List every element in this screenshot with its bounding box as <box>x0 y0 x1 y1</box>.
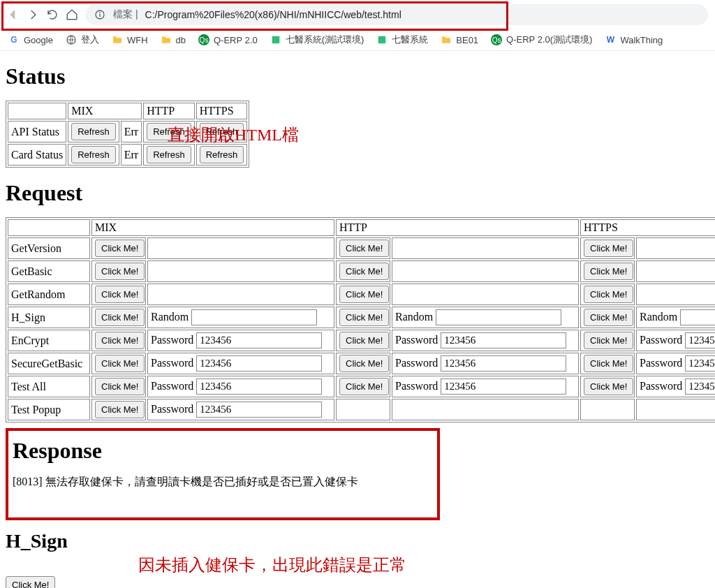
clickme-button[interactable]: Click Me! <box>95 355 145 372</box>
clickme-button[interactable]: Click Me! <box>95 286 145 303</box>
qs-icon: Qs <box>491 34 502 45</box>
bookmark-label: db <box>176 35 186 45</box>
bookmark-item[interactable]: WFH <box>112 34 148 45</box>
request-header-empty <box>8 219 90 236</box>
browser-toolbar: 檔案 | C:/Program%20Files%20(x86)/NHI/mNHI… <box>0 0 715 29</box>
password-input[interactable] <box>685 332 715 348</box>
password-input[interactable] <box>196 332 322 348</box>
bookmark-item[interactable]: db <box>161 34 186 45</box>
clickme-button[interactable]: Click Me! <box>95 240 145 257</box>
refresh-button[interactable]: Refresh <box>71 146 116 163</box>
clickme-button[interactable]: Click Me! <box>339 286 389 303</box>
clickme-button[interactable]: Click Me! <box>339 355 389 372</box>
clickme-button[interactable]: Click Me! <box>339 332 389 349</box>
request-field-cell: Random <box>392 307 579 328</box>
request-field-cell: Password <box>392 376 579 397</box>
clickme-button[interactable]: Click Me! <box>584 309 633 326</box>
request-empty-cell <box>147 284 334 305</box>
back-icon[interactable] <box>7 8 20 21</box>
address-bar[interactable]: 檔案 | C:/Program%20Files%20(x86)/NHI/mNHI… <box>85 4 708 25</box>
folder-icon <box>441 34 452 45</box>
bookmark-item[interactable]: 七醫系統(測試環境) <box>270 34 364 46</box>
refresh-button[interactable]: Refresh <box>200 146 244 163</box>
clickme-button[interactable]: Click Me! <box>95 378 145 395</box>
request-row: GetBasicClick Me!Click Me!Click Me! <box>8 260 715 282</box>
clickme-button[interactable]: Click Me! <box>584 355 633 372</box>
clickme-button[interactable]: Click Me! <box>339 309 389 326</box>
random-input[interactable] <box>680 309 715 325</box>
response-box: Response [8013] 無法存取健保卡，請查明讀卡機是否已插好或是否已置… <box>6 428 440 520</box>
request-field-cell: Password <box>636 330 715 351</box>
refresh-button[interactable]: Refresh <box>147 146 191 163</box>
password-input[interactable] <box>196 355 322 372</box>
password-input[interactable] <box>196 402 322 418</box>
field-label: Random <box>640 311 677 323</box>
request-empty-cell <box>580 399 635 420</box>
bookmark-item[interactable]: 七醫系統 <box>376 34 428 46</box>
field-label: Password <box>395 334 438 346</box>
request-empty-cell <box>392 284 579 305</box>
status-header-mix: MIX <box>68 103 142 119</box>
random-input[interactable] <box>436 309 561 325</box>
hsign-clickme-button[interactable]: Click Me! <box>6 576 55 588</box>
request-row-name: EnCrypt <box>8 330 90 351</box>
request-field-cell: Password <box>147 376 334 397</box>
request-empty-cell <box>392 399 579 420</box>
password-input[interactable] <box>685 378 715 395</box>
clickme-button[interactable]: Click Me! <box>95 401 145 418</box>
home-icon[interactable] <box>66 8 78 21</box>
clickme-button[interactable]: Click Me! <box>339 263 389 280</box>
forward-icon[interactable] <box>27 8 39 21</box>
bookmark-label: 七醫系統 <box>392 34 428 46</box>
field-label: Password <box>395 357 438 369</box>
address-url: C:/Program%20Files%20(x86)/NHI/mNHIICC/w… <box>145 9 401 20</box>
password-input[interactable] <box>196 378 322 395</box>
bookmark-item[interactable]: GGoogle <box>8 34 53 45</box>
request-row: GetRandomClick Me!Click Me!Click Me! <box>8 284 715 305</box>
bookmark-item[interactable]: BE01 <box>441 34 478 45</box>
q7-icon <box>376 34 388 45</box>
bookmark-label: 登入 <box>81 34 99 46</box>
request-row-name: GetRandom <box>8 284 90 305</box>
clickme-button[interactable]: Click Me! <box>584 240 633 257</box>
clickme-button[interactable]: Click Me! <box>584 286 633 303</box>
request-empty-cell <box>147 237 334 259</box>
bookmark-label: WFH <box>127 35 148 45</box>
request-row-name: H_Sign <box>8 307 90 328</box>
info-icon <box>94 8 106 21</box>
svg-rect-4 <box>272 36 279 44</box>
clickme-button[interactable]: Click Me! <box>95 309 145 326</box>
folder-icon <box>161 34 172 45</box>
request-row: SecureGetBasicClick Me!PasswordClick Me!… <box>8 353 715 374</box>
bookmark-item[interactable]: WWalkThing <box>605 34 663 45</box>
bookmarks-bar: GGoogle登入WFHdbQsQ-ERP 2.0七醫系統(測試環境)七醫系統B… <box>0 29 715 51</box>
password-input[interactable] <box>441 332 566 348</box>
password-input[interactable] <box>441 378 566 395</box>
clickme-button[interactable]: Click Me! <box>95 263 145 280</box>
heading-hsign: H_Sign <box>6 530 709 552</box>
random-input[interactable] <box>191 309 317 325</box>
clickme-button[interactable]: Click Me! <box>95 332 145 349</box>
request-header-mix: MIX <box>91 219 334 236</box>
clickme-button[interactable]: Click Me! <box>584 332 633 349</box>
bookmark-label: WalkThing <box>620 35 663 45</box>
clickme-button[interactable]: Click Me! <box>584 378 633 395</box>
clickme-button[interactable]: Click Me! <box>339 240 389 257</box>
field-label: Password <box>640 334 682 346</box>
request-table: MIXHTTPHTTPSGetVersionClick Me!Click Me!… <box>6 217 715 422</box>
password-input[interactable] <box>685 355 715 372</box>
bookmark-label: Google <box>24 35 53 45</box>
request-empty-cell <box>392 260 579 282</box>
bookmark-item[interactable]: QsQ-ERP 2.0 <box>198 34 258 45</box>
field-label: Random <box>395 311 433 323</box>
request-row: H_SignClick Me!RandomClick Me!RandomClic… <box>8 307 715 328</box>
password-input[interactable] <box>441 355 566 372</box>
bookmark-item[interactable]: 登入 <box>66 34 99 46</box>
clickme-button[interactable]: Click Me! <box>339 378 389 395</box>
field-label: Password <box>640 380 682 392</box>
refresh-button[interactable]: Refresh <box>71 123 116 140</box>
clickme-button[interactable]: Click Me! <box>584 263 633 280</box>
reload-icon[interactable] <box>46 8 59 21</box>
request-empty-cell <box>636 237 715 259</box>
bookmark-item[interactable]: QsQ-ERP 2.0(測試環境) <box>491 34 592 46</box>
